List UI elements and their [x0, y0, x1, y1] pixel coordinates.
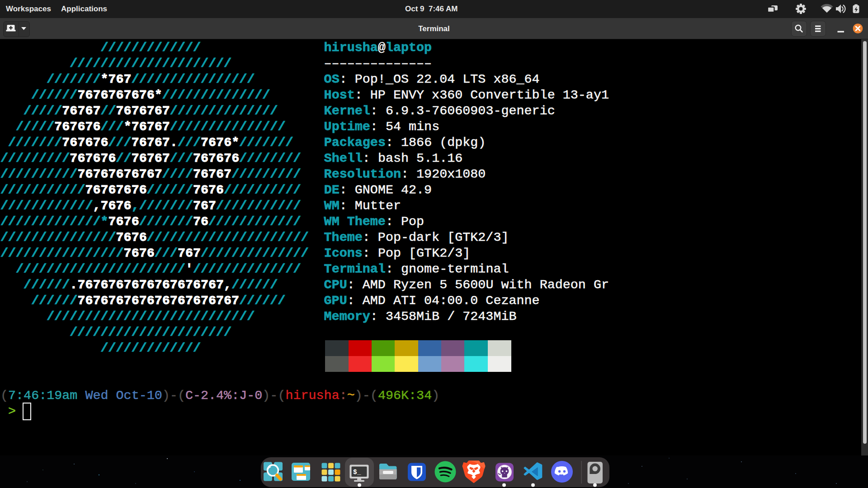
svg-text:$_: $_: [353, 469, 361, 476]
